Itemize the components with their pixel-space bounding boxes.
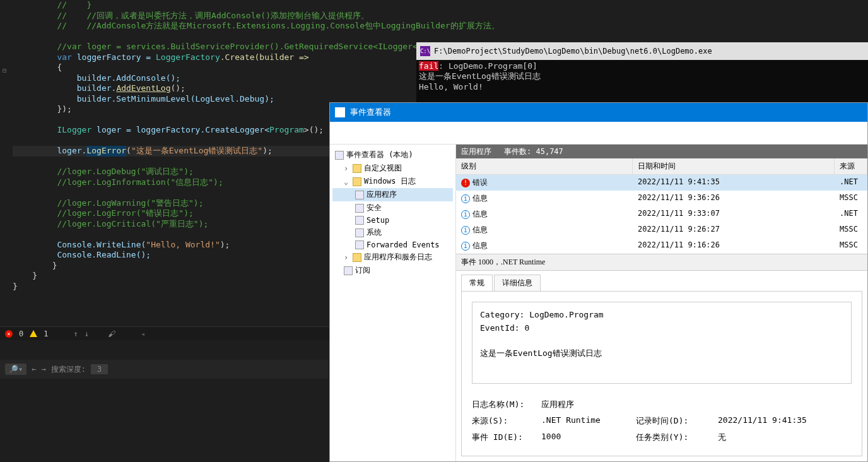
tab-details[interactable]: 详细信息 (494, 275, 541, 291)
event-viewer-toolbar (330, 122, 867, 145)
code-class: ILogger (57, 125, 91, 134)
event-row[interactable]: !错误2022/11/11 9:41:35.NET (456, 175, 867, 191)
events-count: 45,747 (536, 147, 563, 156)
tree-custom-views[interactable]: ›自定义视图 (332, 162, 453, 175)
event-viewer-titlebar[interactable]: 事件查看器 (330, 103, 867, 122)
meta-eventid-label: 事件 ID(E): (472, 432, 541, 443)
meta-source-value: .NET Runtime (541, 415, 636, 427)
col-source[interactable]: 来源 (835, 158, 867, 174)
tree-forwarded[interactable]: Forwarded Events (332, 239, 453, 251)
tree-label: 安全 (367, 203, 382, 213)
chevron-left-icon[interactable]: ◂ (141, 329, 145, 338)
meta-logname-value: 应用程序 (541, 399, 636, 410)
col-date[interactable]: 日期和时间 (633, 158, 835, 174)
code-brace: } (13, 281, 18, 291)
warnings-icon[interactable] (30, 330, 37, 337)
log-icon (355, 204, 364, 213)
tree-label: 应用程序和服务日志 (364, 252, 432, 263)
level-icon: i (461, 242, 470, 251)
tree-app-services[interactable]: ›应用程序和服务日志 (332, 251, 453, 264)
search-bar: 🔎▾ ← → 搜索深度: 3 (0, 360, 328, 379)
code-comment: // } (57, 0, 91, 9)
code-comment: // //AddConsole方法就是在Microsoft.Extensions… (57, 21, 499, 30)
arrow-right-icon[interactable]: → (41, 365, 45, 374)
brush-icon[interactable]: 🖌 (108, 329, 115, 338)
chevron-down-icon[interactable]: ⌄ (344, 177, 350, 186)
code-ident: loger. (57, 146, 86, 155)
console-line: Hello, World! (419, 82, 865, 92)
warnings-count: 1 (44, 329, 48, 338)
arrow-left-icon[interactable]: ← (32, 365, 36, 374)
code-punct: >(); (304, 125, 324, 134)
tree-label: 自定义视图 (364, 163, 402, 174)
code-brace: } (52, 261, 57, 270)
event-viewer-tree[interactable]: 事件查看器 (本地) ›自定义视图 ⌄Windows 日志 应用程序 安全 Se… (330, 145, 456, 461)
code-brace: } (13, 271, 37, 280)
tab-general[interactable]: 常规 (461, 275, 493, 291)
tree-application[interactable]: 应用程序 (332, 188, 453, 201)
console-window: C:\ F:\DemoProject\StudyDemo\LogDemo\bin… (416, 42, 868, 102)
tree-root[interactable]: 事件查看器 (本地) (332, 148, 453, 162)
tree-system[interactable]: 系统 (332, 226, 453, 239)
level-icon: i (461, 210, 470, 219)
code-class: LoggerFactory (156, 52, 220, 62)
collapse-marker[interactable]: ⊟ (3, 66, 6, 76)
log-icon (355, 216, 364, 225)
meta-logged-label: 记录时间(D): (636, 415, 718, 427)
code-comment: //loger.LogInformation("信息日志"); (57, 177, 223, 187)
chevron-right-icon[interactable]: › (344, 164, 350, 173)
code-brace: { (57, 62, 62, 72)
folder-icon (353, 253, 361, 262)
level-icon: i (461, 226, 470, 235)
event-category: Category: LogDemo.Program (480, 310, 843, 319)
log-icon (335, 151, 344, 160)
event-row[interactable]: i信息2022/11/11 9:16:26MSSC (456, 238, 867, 254)
search-icon[interactable]: 🔎▾ (5, 364, 26, 375)
meta-taskcat-value: 无 (718, 432, 852, 443)
code-comment: //loger.LogCritical("严重日志"); (57, 219, 208, 228)
event-detail-body: Category: LogDemo.Program EventId: 0 这是一… (461, 291, 862, 456)
events-grid[interactable]: 级别 日期和时间 来源 !错误2022/11/11 9:41:35.NETi信息… (456, 158, 867, 254)
nav-down-icon[interactable]: ↓ (85, 329, 89, 338)
errors-count: 0 (19, 329, 23, 338)
chevron-right-icon[interactable]: › (344, 253, 350, 262)
event-metadata-grid: 日志名称(M): 应用程序 来源(S): .NET Runtime 记录时间(D… (472, 399, 852, 443)
events-count-label: 事件数: (504, 147, 531, 156)
code-brace: }); (57, 104, 71, 114)
tree-security[interactable]: 安全 (332, 201, 453, 215)
event-viewer-title: 事件查看器 (350, 107, 391, 118)
search-depth-label: 搜索深度: (51, 364, 86, 375)
code-call: Console.WriteLine( (57, 240, 146, 249)
log-icon (355, 191, 364, 199)
console-titlebar[interactable]: C:\ F:\DemoProject\StudyDemo\LogDemo\bin… (416, 42, 868, 60)
col-level[interactable]: 级别 (456, 158, 633, 174)
tree-windows-logs[interactable]: ⌄Windows 日志 (332, 175, 453, 188)
code-class: Program (269, 125, 304, 134)
meta-taskcat-label: 任务类别(Y): (636, 432, 718, 443)
code-string: "这是一条EventLog错误测试日志" (131, 146, 262, 155)
tree-label: Forwarded Events (367, 240, 440, 249)
log-icon (344, 266, 353, 275)
nav-up-icon[interactable]: ↑ (73, 329, 78, 338)
code-punct: ( (126, 146, 131, 155)
tree-label: 订阅 (355, 265, 370, 276)
code-method: .Create(builder => (220, 52, 309, 62)
event-row[interactable]: i信息2022/11/11 9:26:27MSSC (456, 222, 867, 238)
tree-subscriptions[interactable]: 订阅 (332, 264, 453, 277)
log-icon (355, 240, 364, 249)
code-call: builder.SetMinimumLevel(LogLevel.Debug); (57, 94, 274, 104)
code-call: Console.ReadLine(); (57, 250, 151, 259)
code-method-highlight: LogError (86, 146, 126, 157)
event-detail-title: 事件 1000，.NET Runtime (456, 254, 867, 271)
errors-icon[interactable]: × (5, 330, 13, 338)
console-output[interactable]: fail: LogDemo.Program[0] 这是一条EventLog错误测… (416, 60, 868, 93)
event-row[interactable]: i信息2022/11/11 9:36:26MSSC (456, 191, 867, 206)
event-row[interactable]: i信息2022/11/11 9:33:07.NET (456, 206, 867, 222)
tree-setup[interactable]: Setup (332, 215, 453, 226)
grid-header[interactable]: 级别 日期和时间 来源 (456, 158, 867, 175)
code-method: AddEventLog (116, 83, 170, 93)
event-message-box[interactable]: Category: LogDemo.Program EventId: 0 这是一… (472, 302, 852, 384)
code-comment: //loger.LogWarning("警告日志"); (57, 198, 203, 208)
console-app-icon: C:\ (420, 46, 430, 56)
search-depth-value[interactable]: 3 (91, 364, 108, 374)
